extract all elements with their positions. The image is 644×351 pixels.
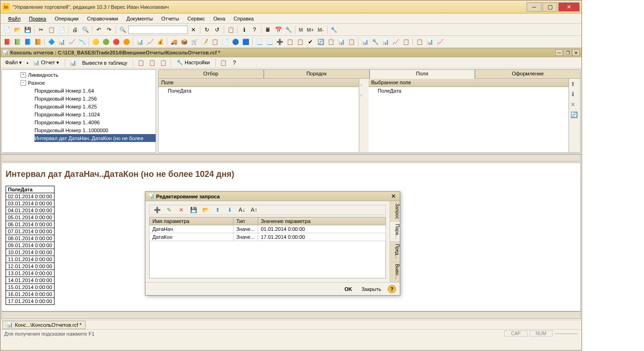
sub-misc-icon[interactable]: 📋 [219,58,228,68]
tb2-icon[interactable]: 🟡 [91,37,100,47]
dialog-close-button[interactable]: ✕ [390,193,397,200]
tree-leaf[interactable]: Порядковый Номер 1..1024 [2,110,156,118]
sub-restore-button[interactable]: ❐ [564,49,571,56]
tree-leaf[interactable]: Порядковый Номер 1..256 [2,94,156,102]
param-col-name[interactable]: Имя параметра [150,217,233,225]
tb2-icon[interactable]: 📊 [381,37,390,47]
sort-asc-icon[interactable]: A↓ [237,205,247,215]
sub-action-icon[interactable]: 📋 [147,58,157,68]
tb2-icon[interactable]: 📋 [295,37,305,47]
load-icon[interactable]: 📂 [201,205,210,215]
tb2-icon[interactable]: 🛒 [190,37,199,47]
search-input[interactable] [128,26,188,34]
menu-reports[interactable]: Отчеты [158,15,183,22]
cancel-button[interactable]: Закрыть [359,285,384,293]
sub-action-icon[interactable]: 📋 [136,58,145,68]
table-cell[interactable]: 09.01.2014 0:00:00 [6,242,55,249]
menu-file[interactable]: Файл [4,15,24,22]
table-cell[interactable]: 06.01.2014 0:00:00 [6,221,55,228]
tb2-icon[interactable]: 🔵 [231,37,240,47]
tb2-icon[interactable]: 📋 [347,37,356,47]
paste-icon[interactable]: 📄 [57,25,66,34]
menu-catalogs[interactable]: Справочники [83,15,122,22]
table-cell[interactable]: 04.01.2014 0:00:00 [6,207,55,214]
tb2-icon[interactable]: 📈 [435,37,445,47]
help-icon[interactable]: ? [250,25,259,34]
sort-desc-icon[interactable]: A↑ [249,205,259,215]
table-cell[interactable]: 05.01.2014 0:00:00 [6,214,55,221]
tree-node-likvidnost[interactable]: +Ликвидность [2,71,156,79]
param-row[interactable]: ДатаНач Значе... 01.01.2014 0:00:00 [150,225,386,233]
table-cell[interactable]: 12.01.2014 0:00:00 [6,263,55,270]
refresh-icon[interactable]: 🔄 [570,111,579,120]
sub-output-button[interactable]: Вывести в таблицу [79,60,130,66]
delete-icon[interactable]: ✕ [570,101,579,109]
m-minus-button[interactable]: M- [316,27,325,33]
tb2-icon[interactable]: 📕 [2,37,12,47]
help-button[interactable]: ? [388,285,396,293]
table-cell[interactable]: 10.01.2014 0:00:00 [6,249,55,256]
side-tab-pred[interactable]: Пред... [390,242,400,262]
tb2-icon[interactable]: ➕ [275,37,284,47]
minimize-button[interactable]: ─ [527,2,541,12]
m-plus-button[interactable]: M+ [305,27,315,33]
tb2-icon[interactable]: ✔ [306,37,315,47]
edit-icon[interactable]: ✎ [164,205,174,215]
tree-leaf[interactable]: Порядковый Номер 1..1000000 [2,126,156,134]
tree-leaf[interactable]: Порядковый Номер 1..64 [2,87,156,94]
up-icon[interactable]: ⬆ [213,205,222,215]
col-header[interactable]: ПолеДата [6,186,55,193]
refresh2-icon[interactable]: ↺ [212,25,222,34]
tb2-icon[interactable]: 📋 [210,37,219,47]
selected-fields-list[interactable]: Выбранное поле ПолеДата [369,79,569,152]
search-icon[interactable]: 🔍 [118,25,127,34]
copy-icon[interactable]: 📋 [47,25,56,34]
param-value-cell[interactable]: 01.01.2014 0:00:00 [258,225,385,233]
redo-icon[interactable]: ↷ [104,25,114,34]
report-scrollbar[interactable] [1,311,581,319]
tb2-icon[interactable]: 📦 [179,37,189,47]
tb2-icon[interactable]: 🟦 [241,37,250,47]
table-cell[interactable]: 07.01.2014 0:00:00 [6,228,55,235]
tb2-icon[interactable]: 💰 [156,37,165,47]
tb2-icon[interactable]: 📈 [145,37,155,47]
add-field-button[interactable]: › [361,82,367,89]
move-up-icon[interactable]: ⬆ [570,81,579,89]
expand-icon[interactable]: + [21,72,26,78]
preview-icon[interactable]: 🔍 [81,25,90,34]
param-name-cell[interactable]: ДатаНач [150,225,233,233]
param-type-cell[interactable]: Значе... [233,225,258,233]
tb2-icon[interactable]: 🔴 [111,37,121,47]
sub-report-menu[interactable]: 📊 Отчет ▾ [30,60,62,66]
new-icon[interactable]: 📄 [2,25,12,34]
menu-edit[interactable]: Правка [25,15,50,22]
tb2-icon[interactable]: 📘 [23,37,32,47]
tb2-icon[interactable]: 📄 [220,37,230,47]
sub-action-icon[interactable]: 📋 [158,58,168,68]
tab-appearance[interactable]: Оформление [475,69,581,79]
tb2-icon[interactable]: 🔷 [47,37,56,47]
param-name-cell[interactable]: ДатаКон [150,233,233,241]
tb2-icon[interactable]: 📃 [254,37,264,47]
tree-scrollbar[interactable] [1,154,581,162]
sub-table-icon[interactable]: 📊 [68,58,77,68]
tool-icon[interactable]: 🔧 [284,25,293,34]
sub-close-button[interactable]: ✕ [572,49,580,56]
cut-icon[interactable]: ✂ [36,25,46,34]
table-cell[interactable]: 17.01.2014 0:00:00 [6,298,55,305]
param-col-value[interactable]: Значение параметра [258,217,385,225]
tb2-icon[interactable]: 📊 [360,37,370,47]
param-value-cell[interactable]: 17.01.2014 0:00:00 [258,233,385,241]
move-down-icon[interactable]: ⬇ [570,91,579,99]
tree-leaf-selected[interactable]: Интервал дат ДатаНач..ДатаКон (но не бол… [34,134,156,142]
m-button[interactable]: M [297,27,304,33]
save-icon[interactable]: 💾 [23,25,32,34]
tb2-icon[interactable]: 🚚 [169,37,178,47]
table-cell[interactable]: 11.01.2014 0:00:00 [6,256,55,263]
table-cell[interactable]: 08.01.2014 0:00:00 [6,235,55,242]
info-icon[interactable]: ℹ [240,25,249,34]
sub-settings-button[interactable]: 🔧 Настройки [174,60,212,66]
tree-leaf[interactable]: Порядковый Номер 1..4096 [2,118,156,126]
tab-filter[interactable]: Отбор [158,69,264,79]
clear-search-icon[interactable]: ✕ [189,25,198,34]
